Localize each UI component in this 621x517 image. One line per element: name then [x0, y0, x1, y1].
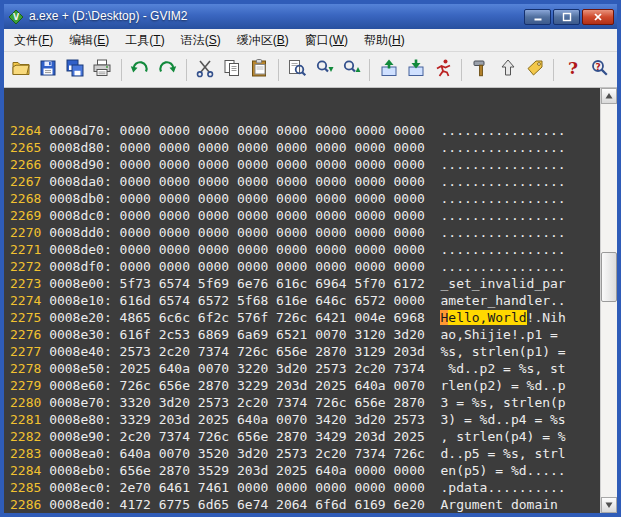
buffer-line: 2281 0008e80: 3329 203d 2025 640a 0070 3…	[10, 411, 600, 428]
line-text: 0008e20: 4865 6c6c 6f2c 576f 726c 6421 0…	[49, 310, 440, 325]
cut-button[interactable]	[193, 57, 218, 83]
line-number: 2265	[10, 140, 49, 155]
window-controls	[524, 9, 614, 25]
buffer-line: 2265 0008d80: 0000 0000 0000 0000 0000 0…	[10, 139, 600, 156]
find-prev-button[interactable]	[338, 57, 363, 83]
line-text: 0008d90: 0000 0000 0000 0000 0000 0000 0…	[49, 157, 566, 172]
line-number: 2278	[10, 361, 49, 376]
buffer-line: 2271 0008de0: 0000 0000 0000 0000 0000 0…	[10, 241, 600, 258]
run-script-button[interactable]	[430, 57, 455, 83]
arrow-up-icon	[498, 58, 518, 81]
undo-arrow-icon	[130, 58, 150, 81]
line-text: 0008db0: 0000 0000 0000 0000 0000 0000 0…	[49, 191, 566, 206]
find-replace-button[interactable]	[285, 57, 310, 83]
line-number: 2270	[10, 225, 49, 240]
line-number: 2269	[10, 208, 49, 223]
find-next-button[interactable]	[312, 57, 337, 83]
line-number: 2281	[10, 412, 49, 427]
question-icon: ?	[563, 58, 583, 81]
line-number: 2271	[10, 242, 49, 257]
toolbar-separator	[121, 59, 122, 81]
toolbar-separator	[278, 59, 279, 81]
buffer-line: 2285 0008ec0: 2e70 6461 7461 0000 0000 0…	[10, 479, 600, 496]
menu-tools[interactable]: 工具(T)	[117, 29, 172, 52]
menu-edit[interactable]: 编辑(E)	[61, 29, 117, 52]
line-text: 0008da0: 0000 0000 0000 0000 0000 0000 0…	[49, 174, 566, 189]
clipboard-icon	[249, 58, 269, 81]
redo-button[interactable]	[155, 57, 180, 83]
line-text: 0008e50: 2025 640a 0070 3220 3d20 2573 2…	[49, 361, 566, 376]
print-button[interactable]	[90, 57, 115, 83]
line-text: 0008dc0: 0000 0000 0000 0000 0000 0000 0…	[49, 208, 566, 223]
hammer-icon	[471, 58, 491, 81]
editor-area: 2264 0008d70: 0000 0000 0000 0000 0000 0…	[4, 88, 617, 513]
floppies-icon	[65, 58, 85, 81]
scrollbar-track[interactable]	[601, 104, 617, 497]
tag-jump-button[interactable]	[522, 57, 547, 83]
window-title: a.exe + (D:\Desktop) - GVIM2	[29, 4, 519, 29]
buffer-line: 2276 0008e30: 616f 2c53 6869 6a69 6521 0…	[10, 326, 600, 343]
toolbar-separator	[186, 59, 187, 81]
save-session-button[interactable]	[403, 57, 428, 83]
line-text: 0008e00: 5f73 6574 5f69 6e76 616c 6964 5…	[49, 276, 566, 291]
line-text: 0008df0: 0000 0000 0000 0000 0000 0000 0…	[49, 259, 566, 274]
load-session-button[interactable]	[376, 57, 401, 83]
menu-window[interactable]: 窗口(W)	[297, 29, 356, 52]
buffer-line: 2273 0008e00: 5f73 6574 5f69 6e76 616c 6…	[10, 275, 600, 292]
line-number: 2279	[10, 378, 49, 393]
make-button[interactable]	[468, 57, 493, 83]
buffer-line: 2264 0008d70: 0000 0000 0000 0000 0000 0…	[10, 122, 600, 139]
line-number: 2280	[10, 395, 49, 410]
text-area[interactable]: 2264 0008d70: 0000 0000 0000 0000 0000 0…	[4, 88, 600, 513]
line-number: 2266	[10, 157, 49, 172]
line-text: 0008dd0: 0000 0000 0000 0000 0000 0000 0…	[49, 225, 566, 240]
find-help-button[interactable]: ?	[587, 57, 612, 83]
floppy-icon	[38, 58, 58, 81]
menu-help[interactable]: 帮助(H)	[356, 29, 413, 52]
redo-arrow-icon	[157, 58, 177, 81]
line-text: 0008eb0: 656e 2870 3529 203d 2025 640a 0…	[49, 463, 566, 478]
scroll-up-button[interactable]	[601, 88, 617, 104]
copy-button[interactable]	[220, 57, 245, 83]
open-button[interactable]	[9, 57, 34, 83]
line-text: 0008de0: 0000 0000 0000 0000 0000 0000 0…	[49, 242, 566, 257]
menu-syntax[interactable]: 语法(S)	[173, 29, 229, 52]
maximize-icon	[562, 8, 572, 26]
toolbar-separator	[553, 59, 554, 81]
line-number: 2285	[10, 480, 49, 495]
scrollbar-thumb[interactable]	[601, 252, 617, 302]
search-help-icon: ?	[590, 58, 610, 81]
buffer-line: 2274 0008e10: 616d 6574 6572 5f68 616e 6…	[10, 292, 600, 309]
scroll-down-button[interactable]	[601, 497, 617, 513]
save-button[interactable]	[36, 57, 61, 83]
paste-button[interactable]	[247, 57, 272, 83]
vim-logo-icon[interactable]: V	[8, 9, 24, 25]
help-button[interactable]: ?	[560, 57, 585, 83]
toolbar: ??	[4, 52, 617, 88]
save-all-button[interactable]	[63, 57, 88, 83]
minimize-button[interactable]	[524, 9, 551, 25]
run-ctags-button[interactable]	[495, 57, 520, 83]
buffer-line: 2275 0008e20: 4865 6c6c 6f2c 576f 726c 6…	[10, 309, 600, 326]
line-text: 0008e60: 726c 656e 2870 3229 203d 2025 6…	[49, 378, 566, 393]
menu-file[interactable]: 文件(F)	[6, 29, 61, 52]
vertical-scrollbar[interactable]	[600, 88, 617, 513]
menu-buffers[interactable]: 缓冲区(B)	[229, 29, 297, 52]
undo-button[interactable]	[128, 57, 153, 83]
toolbar-separator	[461, 59, 462, 81]
buffer-line: 2269 0008dc0: 0000 0000 0000 0000 0000 0…	[10, 207, 600, 224]
maximize-button[interactable]	[553, 9, 580, 25]
buffer-line: 2279 0008e60: 726c 656e 2870 3229 203d 2…	[10, 377, 600, 394]
line-number: 2283	[10, 446, 49, 461]
scissors-icon	[195, 58, 215, 81]
buffer-line: 2284 0008eb0: 656e 2870 3529 203d 2025 6…	[10, 462, 600, 479]
minimize-icon	[533, 8, 543, 26]
close-button[interactable]	[582, 9, 614, 25]
line-number: 2273	[10, 276, 49, 291]
line-number: 2272	[10, 259, 49, 274]
tag-icon	[525, 58, 545, 81]
close-icon	[593, 8, 603, 26]
buffer-line: 2268 0008db0: 0000 0000 0000 0000 0000 0…	[10, 190, 600, 207]
session-load-icon	[379, 58, 399, 81]
line-text: 0008ed0: 4172 6775 6d65 6e74 2064 6f6d 6…	[49, 497, 566, 512]
